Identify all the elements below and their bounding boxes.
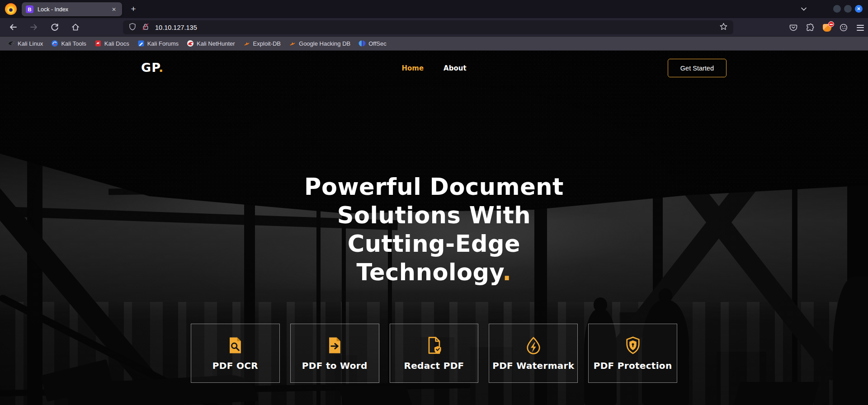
offsec-icon [359, 40, 366, 47]
kali-nethunter-icon [187, 40, 194, 47]
bookmark-label: Kali Tools [61, 40, 86, 47]
bookmark-offsec[interactable]: OffSec [354, 38, 391, 48]
url-text[interactable]: 10.10.127.135 [155, 24, 719, 31]
feature-card-label: Redact PDF [404, 360, 464, 371]
new-tab-button[interactable]: + [128, 4, 139, 14]
tracking-protection-shield-icon[interactable] [128, 23, 137, 33]
droplet-bolt-icon [524, 335, 543, 355]
app-menu-hamburger-icon[interactable] [854, 22, 866, 33]
headline-line: Powerful Document [0, 173, 868, 201]
get-started-button[interactable]: Get Started [668, 59, 726, 77]
tab-close-icon[interactable]: ✕ [110, 5, 118, 14]
feature-card-pdf-watermark[interactable]: PDF Watermark [489, 324, 578, 383]
bookmark-kali-docs[interactable]: Kali Docs [90, 38, 133, 48]
bookmark-kali-forums[interactable]: Kali Forums [133, 38, 183, 48]
browser-tab-bar: B Lock - Index ✕ + ✕ [0, 0, 868, 18]
window-close-button[interactable]: ✕ [855, 5, 863, 13]
document-shield-icon [424, 335, 444, 355]
nav-link-about[interactable]: About [443, 64, 467, 72]
bookmark-kali-nethunter[interactable]: Kali NetHunter [183, 38, 239, 48]
feature-card-label: PDF OCR [212, 360, 258, 371]
document-ocr-icon [225, 335, 245, 355]
feature-card-pdf-protection[interactable]: PDF Protection [588, 324, 677, 383]
feature-card-pdf-ocr[interactable]: PDF OCR [191, 324, 280, 383]
bookmark-exploit-db[interactable]: Exploit-DB [239, 38, 285, 48]
cookie-settings-icon[interactable] [838, 22, 849, 33]
bookmark-label: Kali Forums [147, 40, 179, 47]
headline-line: Solutions With [0, 201, 868, 230]
tab-favicon-icon: B [26, 5, 33, 13]
feature-card-label: PDF Watermark [492, 360, 574, 371]
bookmarks-toolbar: Kali Linux Kali Tools Kali Docs Kali For… [0, 37, 868, 51]
browser-toolbar: 10.10.127.135 [0, 18, 868, 37]
document-arrow-icon [325, 335, 344, 355]
kali-forums-icon [137, 40, 145, 47]
hero-headline: Powerful Document Solutions With Cutting… [0, 173, 868, 287]
browser-tab-active[interactable]: B Lock - Index ✕ [22, 2, 122, 16]
window-controls: ✕ [833, 5, 863, 13]
browser-window: B Lock - Index ✕ + ✕ [0, 0, 868, 405]
bookmark-label: Exploit-DB [253, 40, 281, 47]
bookmark-star-icon[interactable] [719, 22, 728, 33]
feature-cards-row: PDF OCR PDF to Word Redact PDF [191, 324, 677, 383]
nav-link-home[interactable]: Home [401, 64, 424, 72]
feature-card-label: PDF Protection [594, 360, 672, 371]
headline-line: Technology. [0, 258, 868, 287]
logo-dot: . [159, 61, 164, 75]
bookmark-label: Kali Linux [18, 40, 43, 47]
page-viewport: GP. Home About Get Started Powerful Docu… [0, 51, 868, 405]
site-navbar: GP. Home About Get Started [0, 51, 868, 86]
kali-tools-icon [51, 40, 58, 47]
feature-card-pdf-to-word[interactable]: PDF to Word [290, 324, 379, 383]
bookmark-label: Kali Docs [104, 40, 129, 47]
logo-text: GP [141, 61, 159, 75]
pocket-icon[interactable] [788, 22, 799, 33]
window-maximize-button[interactable] [844, 5, 852, 13]
bookmark-kali-tools[interactable]: Kali Tools [47, 38, 90, 48]
google-hacking-db-icon [289, 40, 296, 47]
bookmark-google-hacking-db[interactable]: Google Hacking DB [285, 38, 354, 48]
tab-title: Lock - Index [38, 6, 110, 13]
bookmark-label: Google Hacking DB [299, 40, 350, 47]
feature-card-label: PDF to Word [302, 360, 368, 371]
url-bar[interactable]: 10.10.127.135 [123, 20, 733, 34]
headline-accent-dot: . [503, 259, 512, 286]
reload-button[interactable] [48, 20, 61, 34]
firefox-logo-icon [5, 3, 17, 15]
bookmark-label: Kali NetHunter [197, 40, 235, 47]
proxy-disabled-badge [828, 21, 834, 27]
main-nav: Home About [401, 64, 466, 72]
foxyproxy-icon[interactable] [821, 22, 833, 33]
desk-silhouette [338, 386, 412, 405]
desk-silhouette [734, 382, 820, 405]
feature-card-redact-pdf[interactable]: Redact PDF [390, 324, 479, 383]
insecure-lock-icon[interactable] [142, 23, 150, 33]
firefox-menu-button[interactable] [4, 2, 18, 16]
home-button[interactable] [69, 20, 82, 34]
bookmark-kali-linux[interactable]: Kali Linux [4, 38, 47, 48]
forward-button[interactable] [27, 20, 41, 34]
headline-line: Cutting-Edge [0, 230, 868, 258]
kali-linux-icon [8, 40, 15, 47]
site-logo[interactable]: GP. [141, 61, 164, 75]
kali-docs-icon [94, 40, 102, 47]
window-minimize-button[interactable] [833, 5, 841, 13]
back-button[interactable] [6, 20, 20, 34]
shield-keyhole-icon [623, 335, 643, 355]
bookmark-label: OffSec [368, 40, 387, 47]
exploit-db-icon [243, 40, 250, 47]
tab-overflow-chevron-icon[interactable] [799, 5, 808, 14]
extensions-puzzle-icon[interactable] [804, 22, 816, 33]
